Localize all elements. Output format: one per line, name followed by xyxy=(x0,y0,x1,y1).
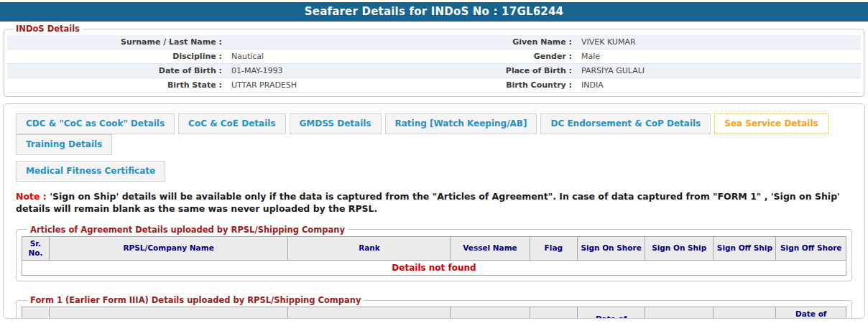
column-header: Date of Commencement of Contract xyxy=(578,307,645,319)
detail-label: Birth State : xyxy=(7,78,225,93)
detail-row: Birth State :UTTAR PRADESHBirth Country … xyxy=(7,78,861,93)
column-header: Sign On Shore xyxy=(578,236,645,260)
detail-value: 01-MAY-1993 xyxy=(225,64,434,78)
detail-value: Male xyxy=(575,50,861,64)
tabs-row-2: Medical Fitness Certificate xyxy=(16,161,852,182)
column-header: Date of Completion of Contract/Arriving … xyxy=(776,307,846,319)
column-header: Sr. No. xyxy=(22,236,50,260)
sign-on-ship-note: Note : 'Sign on Ship' details will be av… xyxy=(16,191,852,215)
tab-dc-endorsement-cop-details[interactable]: DC Endorsement & CoP Details xyxy=(540,113,711,134)
column-header: Rank xyxy=(288,307,451,319)
note-prefix: Note : xyxy=(16,191,47,202)
articles-of-agreement-legend: Articles of Agreement Details uploaded b… xyxy=(27,225,348,235)
column-header: Sign Off Shore xyxy=(776,236,846,260)
articles-of-agreement-table: Sr. No.RPSL/Company NameRankVessel NameF… xyxy=(22,236,846,276)
column-header: Flag xyxy=(530,236,578,260)
form1-fieldset: Form 1 (Earlier Form IIIA) Details uploa… xyxy=(16,295,852,319)
detail-value: INDIA xyxy=(575,78,861,93)
table-header-row: Sr. No.RPSL/Company NameRankVessel NameF… xyxy=(22,236,846,260)
indos-details-table: Surname / Last Name :Given Name :VIVEK K… xyxy=(7,35,861,93)
detail-value: UTTAR PRADESH xyxy=(225,78,434,93)
detail-label: Gender : xyxy=(434,50,575,64)
table-header-row: Sr. No.RPSL/Company NameRankVessel NameF… xyxy=(22,307,846,319)
articles-of-agreement-fieldset: Articles of Agreement Details uploaded b… xyxy=(16,225,852,281)
form1-legend: Form 1 (Earlier Form IIIA) Details uploa… xyxy=(27,295,364,305)
detail-label: Place of Birth : xyxy=(434,64,575,78)
column-header: Vessel Name xyxy=(451,307,530,319)
tab-training-details[interactable]: Training Details xyxy=(16,134,112,155)
column-header: Sign On Ship xyxy=(645,236,714,260)
column-header: Sr. No. xyxy=(22,307,50,319)
detail-value: Nautical xyxy=(225,50,434,64)
column-header: Sign Off Ship xyxy=(714,307,776,319)
detail-value: PARSIYA GULALI xyxy=(575,64,861,78)
detail-label: Discipline : xyxy=(7,50,225,64)
form1-table: Sr. No.RPSL/Company NameRankVessel NameF… xyxy=(22,307,846,319)
column-header: Flag xyxy=(530,307,578,319)
empty-message: Details not found xyxy=(22,261,846,276)
indos-details-fieldset: INDoS Details Surname / Last Name :Given… xyxy=(4,24,864,97)
detail-label: Surname / Last Name : xyxy=(7,35,225,50)
detail-label: Given Name : xyxy=(434,35,575,50)
column-header: Rank xyxy=(288,236,451,260)
detail-label: Date of Birth : xyxy=(7,64,225,78)
column-header: Sign Off Ship xyxy=(714,236,776,260)
tab-coc-coe-details[interactable]: CoC & CoE Details xyxy=(178,113,285,134)
detail-label: Birth Country : xyxy=(434,78,575,93)
column-header: RPSL/Company Name xyxy=(49,236,288,260)
detail-value: VIVEK KUMAR xyxy=(575,35,861,50)
column-header: Vessel Name xyxy=(451,236,530,260)
tab-content-panel: CDC & "CoC as Cook" DetailsCoC & CoE Det… xyxy=(3,103,865,319)
tab-rating-watch-keeping-ab[interactable]: Rating [Watch Keeping/AB] xyxy=(385,113,537,134)
tab-gmdss-details[interactable]: GMDSS Details xyxy=(290,113,382,134)
tab-medical-fitness-certificate[interactable]: Medical Fitness Certificate xyxy=(16,161,165,182)
tab-sea-service-details[interactable]: Sea Service Details xyxy=(714,113,828,134)
detail-row: Surname / Last Name :Given Name :VIVEK K… xyxy=(7,35,861,50)
detail-value xyxy=(225,35,434,50)
detail-row: Date of Birth :01-MAY-1993Place of Birth… xyxy=(7,64,861,78)
indos-details-legend: INDoS Details xyxy=(13,24,83,34)
table-row-empty: Details not found xyxy=(22,261,846,276)
tabs-row-1: CDC & "CoC as Cook" DetailsCoC & CoE Det… xyxy=(16,113,852,155)
detail-row: Discipline :NauticalGender :Male xyxy=(7,50,861,64)
tab-cdc-coc-as-cook-details[interactable]: CDC & "CoC as Cook" Details xyxy=(16,113,175,134)
column-header: Sign On Ship xyxy=(645,307,714,319)
note-text: 'Sign on Ship' details will be available… xyxy=(16,191,840,214)
page-title: Seafarer Details for INDoS No : 17GL6244 xyxy=(0,2,868,22)
column-header: RPSL/Company Name xyxy=(49,307,288,319)
